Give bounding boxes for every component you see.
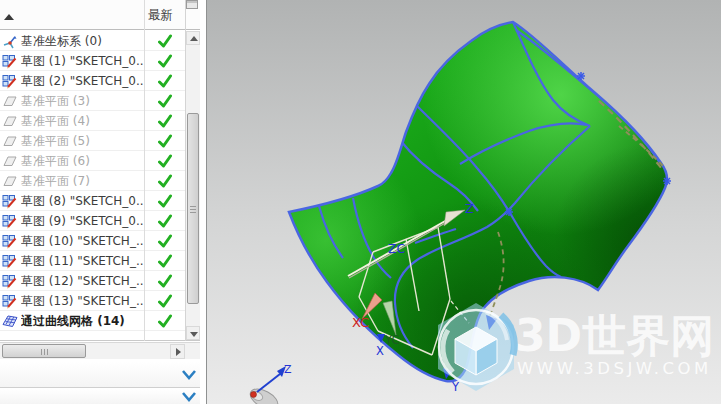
sketch-icon xyxy=(2,233,18,249)
horizontal-scrollbar-thumb[interactable] xyxy=(2,344,86,358)
z-axis-label: Z xyxy=(465,201,474,216)
uptodate-check-icon[interactable] xyxy=(144,251,185,271)
uptodate-check-icon[interactable] xyxy=(144,271,185,291)
uptodate-check-icon[interactable] xyxy=(144,291,185,311)
sketch-icon xyxy=(2,293,18,309)
watermark: 3D世界网 WWW.3DSJW.COM xyxy=(438,303,714,391)
viewport-canvas[interactable]: Z ZC XC YC X Y 3D世界网 WWW.3DSJW.COM xyxy=(207,0,721,404)
tree-row-label: 基准平面 (6) xyxy=(21,151,143,171)
tree-row[interactable]: 草图 (1) "SKETCH_0... xyxy=(0,51,185,71)
sketch-icon xyxy=(2,53,18,69)
thumb-grip xyxy=(41,349,42,355)
datum-csys-icon xyxy=(2,33,18,49)
tree-header[interactable]: 最新 xyxy=(0,0,200,30)
uptodate-check-icon[interactable] xyxy=(144,151,185,171)
vertical-scrollbar-thumb[interactable] xyxy=(187,113,199,304)
triad-origin-dot xyxy=(251,392,257,398)
datum-plane-icon xyxy=(2,153,18,169)
sketch-icon xyxy=(2,253,18,269)
zc-axis-label: ZC xyxy=(388,241,406,256)
uptodate-check-icon[interactable] xyxy=(144,311,185,331)
down-arrow-icon xyxy=(190,332,198,337)
uptodate-check-icon[interactable] xyxy=(144,31,185,51)
chevron-down-icon[interactable] xyxy=(182,370,196,380)
table-options-icon[interactable] xyxy=(186,0,198,9)
yc-axis-label: YC xyxy=(384,333,399,347)
tree-row-label: 草图 (2) "SKETCH_0... xyxy=(21,71,143,91)
tree-row[interactable]: 基准平面 (6) xyxy=(0,151,185,171)
x-axis-label: X xyxy=(376,344,384,358)
triad-z-label: Z xyxy=(284,363,292,376)
tree-row-label: 草图 (10) "SKETCH_... xyxy=(21,231,143,251)
tree-rows: 基准坐标系 (0) 草图 (1) "SKETCH_0... 草图 (2) "SK… xyxy=(0,31,185,331)
uptodate-check-icon[interactable] xyxy=(144,111,185,131)
xc-axis-label: XC xyxy=(352,315,369,330)
sketch-icon xyxy=(2,193,18,209)
scroll-up-button[interactable] xyxy=(186,31,200,45)
vertical-scrollbar[interactable] xyxy=(186,31,200,340)
tree-row[interactable]: 草图 (8) "SKETCH_0... xyxy=(0,191,185,211)
uptodate-check-icon[interactable] xyxy=(144,51,185,71)
datum-plane-icon xyxy=(2,173,18,189)
sketch-icon xyxy=(2,273,18,289)
uptodate-check-icon[interactable] xyxy=(144,91,185,111)
tree-row[interactable]: 基准平面 (5) xyxy=(0,131,185,151)
latest-column-header[interactable]: 最新 xyxy=(148,7,173,24)
feature-tree: 最新 基准坐标系 (0) 草图 (1) "SKETCH_0... 草图 (2) … xyxy=(0,0,200,341)
tree-row[interactable]: 草图 (2) "SKETCH_0... xyxy=(0,71,185,91)
thumb-grip xyxy=(190,206,196,207)
tree-row[interactable]: 基准平面 (3) xyxy=(0,91,185,111)
datum-plane-icon xyxy=(2,93,18,109)
datum-plane-icon xyxy=(2,133,18,149)
watermark-url: WWW.3DSJW.COM xyxy=(517,359,712,378)
collapsed-section-dependencies[interactable] xyxy=(0,362,200,388)
up-arrow-icon xyxy=(190,36,198,41)
watermark-title: 3D世界网 xyxy=(515,310,714,361)
uptodate-check-icon[interactable] xyxy=(144,71,185,91)
horizontal-scrollbar[interactable] xyxy=(0,342,200,359)
collapsed-section-details[interactable] xyxy=(0,389,200,404)
column-divider xyxy=(144,0,145,341)
tree-row[interactable]: 草图 (11) "SKETCH_... xyxy=(0,251,185,271)
nx-window: 最新 基准坐标系 (0) 草图 (1) "SKETCH_0... 草图 (2) … xyxy=(0,0,721,404)
tree-row-label: 基准平面 (5) xyxy=(21,131,143,151)
tree-row[interactable]: 草图 (13) "SKETCH_... xyxy=(0,291,185,311)
scroll-down-button[interactable] xyxy=(186,326,200,340)
sketch-icon xyxy=(2,73,18,89)
uptodate-check-icon[interactable] xyxy=(144,231,185,251)
right-arrow-icon xyxy=(176,348,181,356)
tree-row[interactable]: 草图 (12) "SKETCH_... xyxy=(0,271,185,291)
scroll-right-button[interactable] xyxy=(170,344,185,359)
uptodate-check-icon[interactable] xyxy=(144,211,185,231)
tree-row[interactable]: 草图 (9) "SKETCH_0... xyxy=(0,211,185,231)
datum-plane-icon xyxy=(2,113,18,129)
tree-row[interactable]: 通过曲线网格 (14) xyxy=(0,311,185,331)
tree-row-label: 通过曲线网格 (14) xyxy=(21,311,143,331)
uptodate-check-icon[interactable] xyxy=(144,191,185,211)
tree-row-label: 基准平面 (3) xyxy=(21,91,143,111)
uptodate-check-icon[interactable] xyxy=(144,171,185,191)
chevron-down-icon[interactable] xyxy=(182,392,196,402)
curve-mesh-icon xyxy=(2,313,18,329)
tree-row-label: 基准平面 (7) xyxy=(21,171,143,191)
uptodate-check-icon[interactable] xyxy=(144,131,185,151)
tree-row-label: 草图 (8) "SKETCH_0... xyxy=(21,191,143,211)
tree-row-label: 基准平面 (4) xyxy=(21,111,143,131)
graphics-viewport[interactable]: Z ZC XC YC X Y 3D世界网 WWW.3DSJW.COM xyxy=(206,0,721,404)
y-axis-label: Y xyxy=(451,380,460,394)
tree-row[interactable]: 基准平面 (7) xyxy=(0,171,185,191)
tree-row-label: 草图 (13) "SKETCH_... xyxy=(21,291,143,311)
tree-row-label: 草图 (1) "SKETCH_0... xyxy=(21,51,143,71)
tree-row[interactable]: 基准坐标系 (0) xyxy=(0,31,185,51)
sort-indicator-icon[interactable] xyxy=(4,14,14,20)
tree-row[interactable]: 草图 (10) "SKETCH_... xyxy=(0,231,185,251)
tree-row-label: 基准坐标系 (0) xyxy=(21,31,143,51)
tree-row-label: 草图 (12) "SKETCH_... xyxy=(21,271,143,291)
sketch-icon xyxy=(2,213,18,229)
tree-row-label: 草图 (11) "SKETCH_... xyxy=(21,251,143,271)
part-navigator-panel: 最新 基准坐标系 (0) 草图 (1) "SKETCH_0... 草图 (2) … xyxy=(0,0,206,404)
tree-row[interactable]: 基准平面 (4) xyxy=(0,111,185,131)
tree-row-label: 草图 (9) "SKETCH_0... xyxy=(21,211,143,231)
